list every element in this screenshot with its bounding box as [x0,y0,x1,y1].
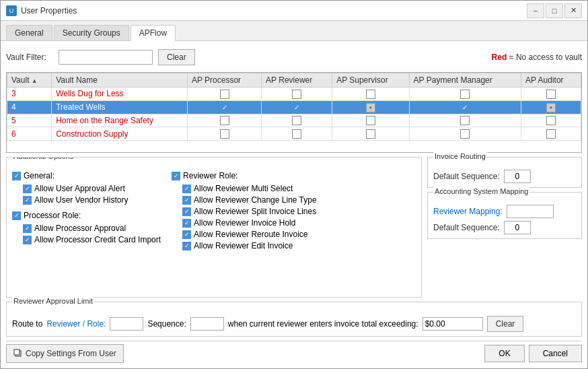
option-credit-card-import: Allow Processor Credit Card Import [12,235,161,244]
payment-manager-checkbox[interactable] [460,90,470,99]
option-edit-invoice: Allow Reviewer Edit Invoice [172,241,317,250]
option-invoice-hold: Allow Reviewer Invoice Hold [172,218,317,228]
payment-manager-cell[interactable] [409,88,521,101]
processor-cell[interactable] [187,127,261,141]
reviewer-role-link[interactable]: Reviewer / Role: [46,319,106,329]
vendor-history-checkbox[interactable] [23,196,32,205]
options-col-left: General: Allow User Approval Alert Allow… [12,171,161,250]
payment-manager-cell[interactable] [409,114,521,127]
reviewer-role-checkbox[interactable] [172,172,180,180]
col-vault[interactable]: Vault ▲ [7,73,52,88]
supervisor-checkbox[interactable] [366,116,375,125]
processor-approval-checkbox[interactable] [23,224,32,233]
option-vendor-history: Allow User Vendor History [12,195,161,205]
auditor-cell[interactable] [521,114,581,127]
accounting-default-seq-row: Default Sequence: [433,221,576,234]
processor-cell[interactable] [187,100,261,114]
reviewer-role-input[interactable] [110,317,143,331]
table-row[interactable]: 6 Construction Supply [7,127,581,141]
vault-table: Vault ▲ Vault Name AP Processor AP Revie… [7,73,581,141]
auditor-checkbox[interactable] [546,116,556,125]
edit-invoice-label: Allow Reviewer Edit Invoice [194,241,293,250]
reroute-invoice-checkbox[interactable] [182,230,191,239]
footer: Copy Settings From User OK Cancel [6,341,582,363]
processor-role-label: Processor Role: [24,211,81,220]
tab-security-groups[interactable]: Security Groups [54,25,129,40]
reviewer-approval-clear-button[interactable]: Clear [487,316,524,332]
maximize-button[interactable]: □ [546,3,563,18]
copy-settings-button[interactable]: Copy Settings From User [6,344,124,363]
payment-manager-checkbox[interactable] [460,116,470,125]
supervisor-cell[interactable] [332,88,409,101]
reviewer-cell[interactable] [262,88,332,101]
sequence-input[interactable] [190,317,224,331]
reviewer-cell[interactable] [262,127,332,141]
table-row[interactable]: 4 Treated Wells [7,100,581,114]
processor-cell[interactable] [187,114,261,127]
supervisor-checkbox[interactable] [366,90,375,99]
invoice-routing-panel: Invoice Routing Default Sequence: [427,157,582,188]
auditor-checkbox[interactable] [546,103,556,112]
payment-manager-checkbox[interactable] [460,103,470,112]
payment-manager-cell[interactable] [409,127,521,141]
supervisor-cell[interactable] [332,114,409,127]
vault-filter-clear-button[interactable]: Clear [158,49,195,65]
processor-cell[interactable] [187,88,261,101]
table-row[interactable]: 3 Wells Dug for Less [7,88,581,101]
vendor-history-label: Allow User Vendor History [34,195,128,205]
tab-general[interactable]: General [6,25,52,40]
cancel-button[interactable]: Cancel [529,345,582,362]
reviewer-checkbox[interactable] [292,116,301,125]
reviewer-checkbox[interactable] [292,129,301,139]
ok-button[interactable]: OK [484,345,524,362]
edit-invoice-checkbox[interactable] [182,242,191,250]
col-vault-name: Vault Name [52,73,188,88]
general-checkbox[interactable] [12,172,21,180]
auditor-checkbox[interactable] [546,90,556,99]
copy-icon [13,349,23,358]
vault-id: 6 [7,127,52,141]
reviewer-mapping-link[interactable]: Reviewer Mapping: [433,207,503,216]
col-ap-supervisor: AP Supervisor [332,73,409,88]
tab-apflow[interactable]: APFlow [131,25,176,41]
invoice-hold-checkbox[interactable] [182,219,191,228]
payment-manager-checkbox[interactable] [460,129,470,139]
supervisor-cell[interactable] [332,100,409,114]
reviewer-checkbox[interactable] [292,103,301,112]
footer-right: OK Cancel [484,345,582,362]
auditor-cell[interactable] [521,127,581,141]
invoice-default-seq-input[interactable] [504,170,531,183]
reviewer-cell[interactable] [262,114,332,127]
auditor-cell[interactable] [521,100,581,114]
reviewer-checkbox[interactable] [292,90,301,99]
supervisor-checkbox[interactable] [366,103,375,112]
auditor-cell[interactable] [521,88,581,101]
minimize-button[interactable]: − [527,3,544,18]
reviewer-cell[interactable] [262,100,332,114]
supervisor-cell[interactable] [332,127,409,141]
accounting-default-seq-input[interactable] [504,221,531,234]
table-row[interactable]: 5 Home on the Range Safety [7,114,581,127]
multi-select-checkbox[interactable] [182,184,191,193]
approval-alert-checkbox[interactable] [23,184,32,193]
tab-bar: General Security Groups APFlow [1,21,587,41]
processor-role-checkbox[interactable] [12,211,21,220]
credit-card-import-checkbox[interactable] [23,236,32,244]
payment-manager-cell[interactable] [409,100,521,114]
change-line-type-checkbox[interactable] [182,196,191,205]
close-button[interactable]: ✕ [564,3,582,18]
processor-checkbox[interactable] [220,129,229,139]
col-ap-payment-manager: AP Payment Manager [409,73,521,88]
split-invoice-checkbox[interactable] [182,207,191,216]
reviewer-mapping-input[interactable] [507,205,554,218]
supervisor-checkbox[interactable] [366,129,375,139]
auditor-checkbox[interactable] [546,129,556,139]
reroute-invoice-label: Allow Reviewer Reroute Invoice [194,230,307,239]
reviewer-approval-panel: Reviewer Approval Limit Route to Reviewe… [6,302,582,337]
amount-input[interactable] [422,317,483,331]
processor-checkbox[interactable] [220,90,229,99]
option-multi-select: Allow Reviewer Multi Select [172,184,317,193]
processor-checkbox[interactable] [220,103,229,112]
vault-filter-input[interactable] [59,50,153,65]
processor-checkbox[interactable] [220,116,229,125]
